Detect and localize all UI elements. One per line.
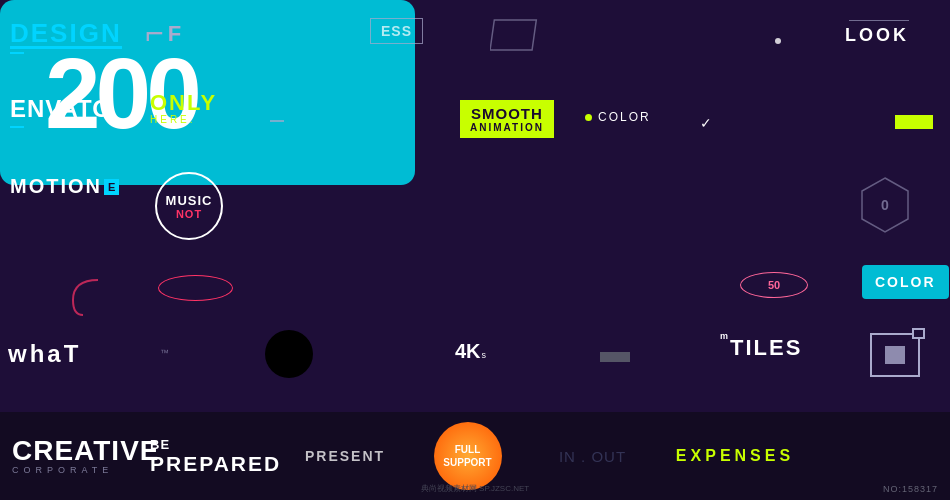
titles-wrap: m TILES [720, 335, 802, 361]
look-line [849, 20, 909, 21]
website-text: 典尚视频素材网 SP.JZSC.NET [421, 484, 529, 493]
expenses-section: EXPENSES [660, 447, 810, 465]
color-item: COLOR [585, 110, 651, 124]
present-text: PRESENT [305, 448, 385, 464]
envato-text: ENVATO [10, 95, 112, 123]
color-badge-text: COLOR [862, 265, 949, 299]
music-text: MUSIC [166, 193, 213, 208]
dot-item [775, 38, 781, 44]
box-outline-item [490, 15, 550, 55]
ess-item: ESS [370, 18, 423, 44]
envato-item: ENVATO [10, 95, 112, 128]
svg-rect-0 [490, 20, 536, 50]
creative-section: CREATIVE CORPORATE [0, 437, 145, 475]
smooth-animation-item: SMOOTH ANIMATION [460, 100, 554, 138]
no-watermark: NO:158317 [883, 484, 938, 494]
ess-text: ESS [381, 23, 412, 39]
hex-right-item: 0 [858, 175, 913, 235]
black-circle-item [265, 330, 313, 378]
tm-item: ™ [160, 348, 169, 358]
oval-pink-shape [158, 275, 233, 301]
smooth-bot: ANIMATION [470, 122, 544, 133]
here-text: HERE. [150, 114, 217, 125]
titles-text: TILES [730, 335, 802, 361]
prepared-text: PREPARED [150, 452, 280, 476]
design-item: DESIGN [10, 20, 122, 54]
badge-circle: FULLSUPPORT [434, 422, 502, 490]
corporate-text: CORPORATE [12, 465, 145, 475]
only-text: ONLY [150, 92, 217, 114]
design-underline [10, 52, 24, 54]
curve-hook-item [58, 270, 113, 320]
fourk-item: 4K s [455, 340, 486, 363]
look-text: LOOK [845, 25, 909, 46]
music-item: MUSIC NOT [155, 172, 223, 240]
box-outline-icon [490, 15, 550, 55]
check-icon: ✓ [700, 115, 712, 131]
expenses-text: EXPENSES [676, 447, 794, 465]
what-item: whaT [8, 340, 81, 368]
box-icon-item [870, 333, 920, 377]
fourk-sub: s [482, 350, 487, 360]
box-icon-shape [870, 333, 920, 377]
f-bracket-item: ⌐ F [145, 15, 181, 52]
bracket-left: ⌐ [145, 15, 164, 52]
curve-hook-icon [58, 270, 113, 320]
box-icon-corner [912, 328, 925, 339]
motion-text: MOTION [10, 175, 102, 198]
color-dot [585, 114, 592, 121]
box-icon-inner [885, 346, 905, 364]
envato-underline [10, 126, 24, 128]
black-circle-shape [265, 330, 313, 378]
music-circle: MUSIC NOT [155, 172, 223, 240]
badge-text: FULLSUPPORT [443, 443, 491, 469]
be-text: BE [150, 437, 280, 452]
svg-text:0: 0 [881, 197, 889, 213]
f-letter: F [168, 21, 181, 47]
motion-e-badge: E [104, 179, 119, 195]
hexagon-icon: 0 [858, 175, 913, 235]
fifty-text: 50 [768, 279, 780, 291]
small-rectangle [600, 352, 630, 362]
color-text: COLOR [598, 110, 651, 124]
titles-item: m TILES [720, 335, 802, 361]
fourk-text: 4K [455, 340, 481, 363]
smooth-top: SMOOTH [471, 105, 543, 122]
tm-symbol: ™ [160, 348, 169, 358]
website-watermark: 典尚视频素材网 SP.JZSC.NET [421, 483, 529, 494]
oval-right-item: 50 [740, 272, 808, 298]
badge-section: FULLSUPPORT [410, 422, 525, 490]
inout-section: IN . OUT [525, 448, 660, 465]
be-prepared-section: BE PREPARED [145, 437, 280, 476]
design-text: DESIGN [10, 20, 122, 49]
oval-pink-item [158, 275, 233, 301]
dash-item [270, 120, 284, 122]
present-section: PRESENT [280, 448, 410, 464]
green-rectangle [895, 115, 933, 129]
color-badge-item: COLOR [862, 265, 949, 299]
look-item: LOOK [845, 20, 909, 46]
not-text: NOT [176, 208, 202, 220]
dot-icon [775, 38, 781, 44]
dash-line [270, 120, 284, 122]
only-item: ONLY HERE. [150, 92, 217, 125]
checkmark-item: ✓ [700, 115, 712, 131]
creative-text: CREATIVE [12, 437, 145, 465]
main-canvas: DESIGN ⌐ F ESS LOOK ENVATO [0, 0, 950, 500]
titles-m-super: m [720, 331, 728, 341]
what-text: whaT [8, 340, 81, 368]
inout-text: IN . OUT [559, 448, 626, 465]
motion-item: MOTION E [10, 175, 119, 198]
oval-right-shape: 50 [740, 272, 808, 298]
small-rect-item [600, 352, 630, 362]
green-rect-item [895, 115, 933, 129]
bottom-bar: CREATIVE CORPORATE BE PREPARED PRESENT F… [0, 412, 950, 500]
no-number: NO:158317 [883, 484, 938, 494]
